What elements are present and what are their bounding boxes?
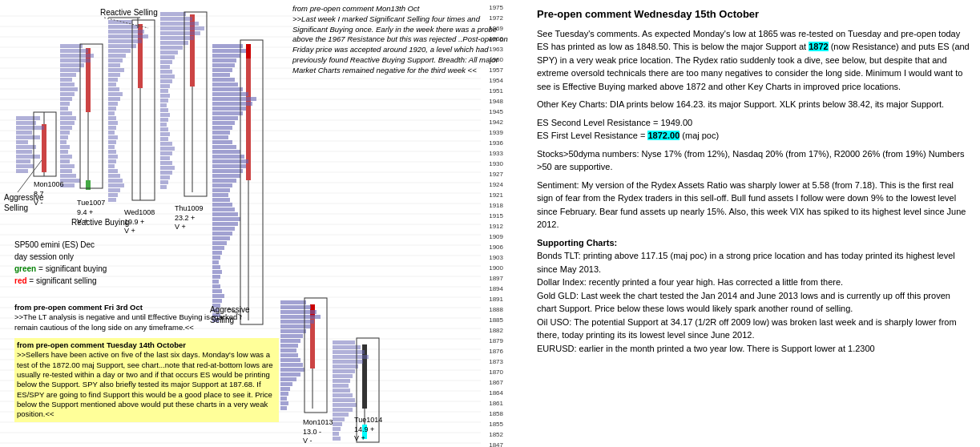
svg-rect-181 — [160, 22, 199, 26]
svg-rect-323 — [333, 408, 353, 412]
right-panel-para2: Other Key Charts: DIA prints below 164.2… — [537, 98, 972, 111]
svg-rect-258 — [212, 227, 235, 231]
svg-rect-246 — [212, 169, 243, 173]
svg-rect-91 — [16, 126, 44, 130]
svg-rect-313 — [333, 360, 363, 364]
svg-rect-226 — [212, 73, 230, 77]
svg-rect-146 — [108, 58, 123, 62]
svg-rect-97 — [16, 155, 40, 159]
preopen-tue14-comment: from pre-open comment Tuesday 14th Octob… — [14, 338, 279, 422]
svg-rect-266 — [212, 265, 220, 269]
svg-rect-189 — [160, 60, 172, 64]
svg-rect-288 — [280, 329, 306, 333]
svg-rect-168 — [108, 164, 115, 168]
svg-rect-292 — [280, 348, 296, 352]
svg-rect-211 — [160, 166, 175, 170]
svg-rect-202 — [160, 123, 167, 127]
svg-rect-269 — [212, 280, 219, 284]
svg-rect-238 — [212, 131, 230, 135]
right-panel-title: Pre-open comment Wednesday 15th October — [537, 6, 972, 22]
svg-rect-294 — [280, 358, 300, 362]
svg-rect-247 — [212, 174, 240, 178]
svg-rect-212 — [160, 171, 172, 175]
svg-rect-107 — [60, 54, 94, 58]
svg-rect-198 — [160, 103, 167, 107]
svg-rect-118 — [60, 107, 68, 111]
svg-text:1927: 1927 — [489, 171, 503, 178]
svg-rect-162 — [108, 135, 118, 139]
svg-rect-158 — [108, 116, 116, 120]
svg-text:1894: 1894 — [489, 285, 503, 292]
svg-rect-197 — [160, 99, 168, 103]
svg-rect-138 — [108, 20, 132, 24]
svg-rect-309 — [333, 340, 355, 344]
svg-rect-265 — [212, 260, 219, 264]
svg-rect-252 — [212, 198, 230, 202]
svg-rect-149 — [108, 73, 120, 77]
svg-rect-89 — [16, 116, 40, 120]
svg-rect-219 — [246, 44, 251, 58]
svg-rect-282 — [280, 300, 306, 304]
svg-rect-121 — [60, 121, 75, 125]
svg-rect-131 — [60, 169, 72, 173]
svg-rect-270 — [212, 284, 220, 288]
svg-rect-271 — [212, 289, 222, 293]
svg-rect-300 — [280, 387, 290, 391]
svg-rect-194 — [160, 84, 170, 88]
svg-rect-195 — [160, 89, 168, 93]
svg-text:1942: 1942 — [489, 119, 503, 126]
svg-rect-180 — [160, 17, 192, 21]
svg-text:1858: 1858 — [489, 410, 503, 417]
svg-rect-264 — [212, 256, 220, 260]
svg-rect-298 — [280, 377, 296, 381]
svg-rect-253 — [212, 203, 232, 207]
svg-rect-165 — [108, 150, 116, 154]
svg-rect-329 — [333, 437, 341, 441]
svg-rect-227 — [212, 78, 235, 82]
svg-rect-190 — [160, 65, 170, 69]
svg-rect-261 — [212, 241, 227, 245]
svg-rect-285 — [280, 315, 321, 319]
svg-rect-235 — [212, 116, 238, 120]
svg-rect-183 — [160, 31, 200, 35]
svg-rect-207 — [160, 147, 175, 151]
svg-rect-240 — [212, 140, 232, 144]
right-panel-para1: See Tuesday's comments. As expected Mond… — [537, 27, 972, 94]
svg-text:1936: 1936 — [489, 139, 503, 147]
svg-text:1921: 1921 — [489, 191, 503, 199]
svg-rect-284 — [280, 310, 317, 314]
svg-rect-301 — [280, 392, 288, 396]
svg-rect-233 — [212, 107, 246, 111]
svg-text:1873: 1873 — [489, 358, 503, 365]
svg-rect-267 — [212, 270, 222, 274]
svg-rect-204 — [160, 132, 170, 136]
svg-rect-327 — [333, 427, 341, 431]
svg-rect-222 — [212, 54, 240, 58]
svg-rect-311 — [333, 350, 365, 354]
svg-text:1906: 1906 — [489, 244, 503, 251]
svg-rect-232 — [212, 102, 252, 106]
svg-rect-299 — [280, 382, 292, 386]
svg-rect-153 — [108, 92, 123, 96]
svg-rect-318 — [333, 384, 349, 388]
svg-rect-90 — [16, 121, 36, 125]
svg-rect-314 — [333, 364, 358, 368]
svg-rect-316 — [333, 374, 353, 378]
svg-rect-95 — [16, 145, 36, 149]
right-panel-supporting-charts: Supporting Charts: Bonds TLT: printing a… — [537, 236, 972, 356]
svg-rect-186 — [160, 46, 183, 50]
svg-rect-231 — [212, 97, 256, 101]
svg-text:1847: 1847 — [489, 441, 503, 447]
svg-rect-255 — [212, 212, 238, 216]
svg-text:1915: 1915 — [489, 212, 503, 219]
svg-rect-209 — [160, 156, 170, 160]
svg-rect-210 — [160, 161, 172, 165]
svg-text:1948: 1948 — [489, 98, 503, 105]
svg-rect-322 — [333, 403, 357, 407]
svg-rect-112 — [60, 78, 72, 82]
svg-rect-200 — [160, 113, 170, 117]
svg-rect-320 — [333, 393, 353, 397]
svg-rect-302 — [280, 397, 287, 401]
svg-text:1909: 1909 — [489, 233, 503, 240]
svg-text:1876: 1876 — [489, 348, 503, 355]
